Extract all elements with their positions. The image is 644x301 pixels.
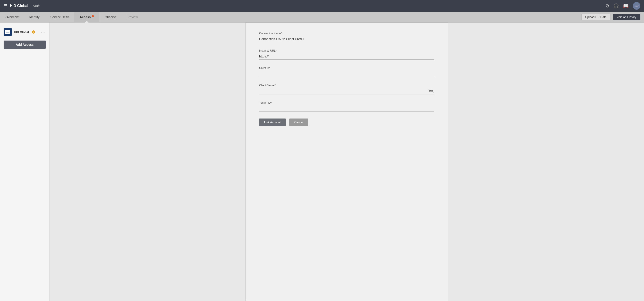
- sidebar-header: HID Global i ···: [0, 26, 49, 38]
- sidebar-logo-inner: [5, 30, 10, 34]
- brand-name: HID Global: [10, 4, 28, 8]
- link-account-button[interactable]: Link Account: [259, 119, 286, 126]
- access-badge: [92, 15, 94, 17]
- main-layout: HID Global i ··· Add Access Connection N…: [0, 23, 644, 301]
- tab-observe[interactable]: Observe: [99, 12, 122, 22]
- version-history-button[interactable]: Version History: [613, 14, 640, 20]
- upload-hr-data-button[interactable]: Upload HR Data: [582, 14, 610, 20]
- headset-icon[interactable]: 🎧: [614, 3, 619, 9]
- connection-name-input[interactable]: [259, 36, 434, 42]
- client-secret-label: Client Secret*: [259, 84, 434, 87]
- cancel-button[interactable]: Cancel: [289, 119, 308, 126]
- client-secret-input[interactable]: [259, 88, 434, 94]
- sidebar-logo-bar: [6, 32, 10, 33]
- form-panel: Connection Name* Instance URL* Client Id…: [246, 23, 448, 301]
- client-secret-group: Client Secret*: [259, 84, 434, 94]
- more-options-icon[interactable]: ···: [41, 30, 46, 35]
- settings-icon[interactable]: ⚙: [605, 3, 609, 9]
- connection-name-label: Connection Name*: [259, 32, 434, 35]
- tab-service-desk[interactable]: Service Desk: [45, 12, 74, 22]
- nav-tabs: Overview Identity Service Desk Access Ob…: [0, 12, 644, 23]
- draft-label: Draft: [33, 4, 40, 8]
- instance-url-input[interactable]: [259, 54, 434, 60]
- top-bar-left: ☰ HID Global Draft: [4, 4, 40, 8]
- tenant-id-label: Tenant ID*: [259, 101, 434, 104]
- form-actions: Link Account Cancel: [259, 119, 434, 126]
- menu-icon[interactable]: ☰: [4, 4, 7, 8]
- toggle-visibility-icon[interactable]: [428, 89, 434, 94]
- top-bar-right: ⚙ 🎧 📖 SP: [605, 2, 640, 10]
- top-bar: ☰ HID Global Draft ⚙ 🎧 📖 SP: [0, 0, 644, 12]
- content-area: Connection Name* Instance URL* Client Id…: [50, 23, 644, 301]
- instance-url-group: Instance URL*: [259, 49, 434, 60]
- instance-url-label: Instance URL*: [259, 49, 434, 52]
- tab-overview[interactable]: Overview: [0, 12, 24, 22]
- nav-tabs-right: Upload HR Data Version History: [582, 14, 644, 20]
- user-avatar[interactable]: SP: [633, 2, 640, 10]
- info-icon[interactable]: i: [32, 31, 35, 34]
- tab-review[interactable]: Review: [122, 12, 143, 22]
- sidebar-brand-name: HID Global: [14, 31, 29, 34]
- sidebar: HID Global i ··· Add Access: [0, 23, 50, 301]
- nav-tabs-left: Overview Identity Service Desk Access Ob…: [0, 12, 143, 22]
- client-id-group: Client Id*: [259, 67, 434, 77]
- add-access-button[interactable]: Add Access: [4, 41, 46, 49]
- client-secret-wrapper: [259, 88, 434, 94]
- book-icon[interactable]: 📖: [623, 3, 629, 9]
- tab-access[interactable]: Access: [74, 12, 99, 22]
- tab-identity[interactable]: Identity: [24, 12, 45, 22]
- client-id-label: Client Id*: [259, 67, 434, 70]
- sidebar-logo: [4, 28, 12, 36]
- connection-name-group: Connection Name*: [259, 32, 434, 42]
- tenant-id-input[interactable]: [259, 106, 434, 112]
- tenant-id-group: Tenant ID*: [259, 101, 434, 112]
- client-id-input[interactable]: [259, 71, 434, 77]
- sidebar-brand: HID Global i: [4, 28, 35, 36]
